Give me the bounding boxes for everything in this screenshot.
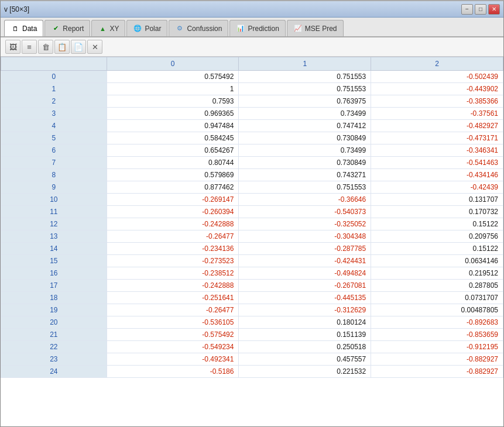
report-tab-icon: ✔ bbox=[51, 24, 60, 33]
data-tab-icon: 🗒 bbox=[11, 24, 20, 33]
xy-tab-icon: ▲ bbox=[98, 24, 107, 33]
row-index-cell: 10 bbox=[1, 194, 107, 206]
window-title: v [50×3] bbox=[4, 5, 29, 13]
close-button[interactable]: ✕ bbox=[488, 4, 500, 15]
row-index-cell: 4 bbox=[1, 120, 107, 132]
row-index-cell: 6 bbox=[1, 144, 107, 157]
prediction-tab-icon: 📊 bbox=[236, 24, 245, 33]
toolbar: 🖼 ≡ 🗑 📋 📄 ✕ bbox=[1, 37, 503, 57]
table-row: 15-0.273523-0.4244310.0634146 bbox=[1, 255, 503, 267]
table-container[interactable]: 0 1 2 00.5754920.751553-0.502439110.7515… bbox=[1, 57, 503, 426]
content-area: 0 1 2 00.5754920.751553-0.502439110.7515… bbox=[1, 57, 503, 426]
cell-3-2: -0.37561 bbox=[371, 108, 503, 120]
row-index-cell: 14 bbox=[1, 243, 107, 255]
cell-7-0: 0.80744 bbox=[107, 157, 239, 169]
row-index-cell: 21 bbox=[1, 329, 107, 341]
col-header-index bbox=[1, 57, 107, 71]
cell-9-1: 0.751553 bbox=[239, 181, 371, 194]
tab-polar[interactable]: 🌐 Polar bbox=[126, 20, 167, 36]
toolbar-export-button[interactable]: 📄 bbox=[71, 40, 86, 54]
cell-15-1: -0.424431 bbox=[239, 255, 371, 267]
cell-2-0: 0.7593 bbox=[107, 95, 239, 108]
tab-report[interactable]: ✔ Report bbox=[44, 20, 90, 36]
row-index-cell: 12 bbox=[1, 218, 107, 230]
cell-14-0: -0.234136 bbox=[107, 243, 239, 255]
table-row: 80.5798690.743271-0.434146 bbox=[1, 169, 503, 181]
cell-13-2: 0.209756 bbox=[371, 230, 503, 243]
title-bar: v [50×3] − □ ✕ bbox=[1, 1, 503, 18]
cell-13-1: -0.304348 bbox=[239, 230, 371, 243]
table-row: 13-0.26477-0.3043480.209756 bbox=[1, 230, 503, 243]
tab-polar-label: Polar bbox=[145, 25, 161, 33]
toolbar-close-button[interactable]: ✕ bbox=[87, 40, 102, 54]
row-index-cell: 18 bbox=[1, 292, 107, 304]
tab-bar: 🗒 Data ✔ Report ▲ XY 🌐 Polar ⚙ Confussio… bbox=[1, 18, 503, 37]
cell-13-0: -0.26477 bbox=[107, 230, 239, 243]
table-row: 16-0.238512-0.4948240.219512 bbox=[1, 267, 503, 280]
table-row: 21-0.5754920.151139-0.853659 bbox=[1, 329, 503, 341]
data-table: 0 1 2 00.5754920.751553-0.502439110.7515… bbox=[1, 57, 503, 378]
tab-mse-pred[interactable]: 📈 MSE Pred bbox=[287, 20, 344, 36]
tab-data[interactable]: 🗒 Data bbox=[4, 20, 43, 36]
cell-17-0: -0.242888 bbox=[107, 280, 239, 292]
toolbar-image-button[interactable]: 🖼 bbox=[5, 40, 20, 54]
cell-15-0: -0.273523 bbox=[107, 255, 239, 267]
maximize-button[interactable]: □ bbox=[475, 4, 486, 15]
cell-18-1: -0.445135 bbox=[239, 292, 371, 304]
cell-19-2: 0.00487805 bbox=[371, 304, 503, 316]
cell-24-2: -0.882927 bbox=[371, 366, 503, 378]
cell-9-2: -0.42439 bbox=[371, 181, 503, 194]
cell-10-1: -0.36646 bbox=[239, 194, 371, 206]
cell-2-1: 0.763975 bbox=[239, 95, 371, 108]
cell-1-1: 0.751553 bbox=[239, 83, 371, 95]
row-index-cell: 13 bbox=[1, 230, 107, 243]
cell-12-2: 0.15122 bbox=[371, 218, 503, 230]
cell-5-0: 0.584245 bbox=[107, 132, 239, 144]
cell-6-2: -0.346341 bbox=[371, 144, 503, 157]
tab-xy[interactable]: ▲ XY bbox=[91, 20, 125, 36]
cell-14-2: 0.15122 bbox=[371, 243, 503, 255]
cell-7-1: 0.730849 bbox=[239, 157, 371, 169]
mse-pred-tab-icon: 📈 bbox=[293, 24, 303, 33]
table-row: 23-0.4923410.457557-0.882927 bbox=[1, 353, 503, 366]
row-index-cell: 24 bbox=[1, 366, 107, 378]
table-row: 50.5842450.730849-0.473171 bbox=[1, 132, 503, 144]
cell-24-0: -0.5186 bbox=[107, 366, 239, 378]
cell-16-2: 0.219512 bbox=[371, 267, 503, 280]
cell-8-2: -0.434146 bbox=[371, 169, 503, 181]
table-row: 20-0.5361050.180124-0.892683 bbox=[1, 316, 503, 329]
cell-10-0: -0.269147 bbox=[107, 194, 239, 206]
row-index-cell: 17 bbox=[1, 280, 107, 292]
table-row: 12-0.242888-0.3250520.15122 bbox=[1, 218, 503, 230]
tab-confussion[interactable]: ⚙ Confussion bbox=[169, 20, 228, 36]
row-index-cell: 5 bbox=[1, 132, 107, 144]
title-controls: − □ ✕ bbox=[461, 4, 500, 15]
toolbar-list-button[interactable]: ≡ bbox=[22, 40, 37, 54]
cell-22-0: -0.549234 bbox=[107, 341, 239, 353]
cell-22-2: -0.912195 bbox=[371, 341, 503, 353]
row-index-cell: 3 bbox=[1, 108, 107, 120]
cell-8-0: 0.579869 bbox=[107, 169, 239, 181]
cell-8-1: 0.743271 bbox=[239, 169, 371, 181]
confussion-tab-icon: ⚙ bbox=[175, 24, 184, 33]
cell-0-0: 0.575492 bbox=[107, 71, 239, 83]
table-row: 70.807440.730849-0.541463 bbox=[1, 157, 503, 169]
table-row: 60.6542670.73499-0.346341 bbox=[1, 144, 503, 157]
cell-1-0: 1 bbox=[107, 83, 239, 95]
cell-3-1: 0.73499 bbox=[239, 108, 371, 120]
row-index-cell: 16 bbox=[1, 267, 107, 280]
table-row: 11-0.260394-0.5403730.170732 bbox=[1, 206, 503, 218]
toolbar-delete-button[interactable]: 🗑 bbox=[38, 40, 53, 54]
minimize-button[interactable]: − bbox=[461, 4, 473, 15]
cell-4-1: 0.747412 bbox=[239, 120, 371, 132]
tab-prediction[interactable]: 📊 Prediction bbox=[229, 20, 285, 36]
cell-21-2: -0.853659 bbox=[371, 329, 503, 341]
tab-mse-pred-label: MSE Pred bbox=[305, 25, 337, 33]
cell-2-2: -0.385366 bbox=[371, 95, 503, 108]
toolbar-copy-button[interactable]: 📋 bbox=[54, 40, 70, 54]
cell-20-0: -0.536105 bbox=[107, 316, 239, 329]
cell-6-1: 0.73499 bbox=[239, 144, 371, 157]
row-index-cell: 0 bbox=[1, 71, 107, 83]
cell-9-0: 0.877462 bbox=[107, 181, 239, 194]
table-row: 18-0.251641-0.4451350.0731707 bbox=[1, 292, 503, 304]
